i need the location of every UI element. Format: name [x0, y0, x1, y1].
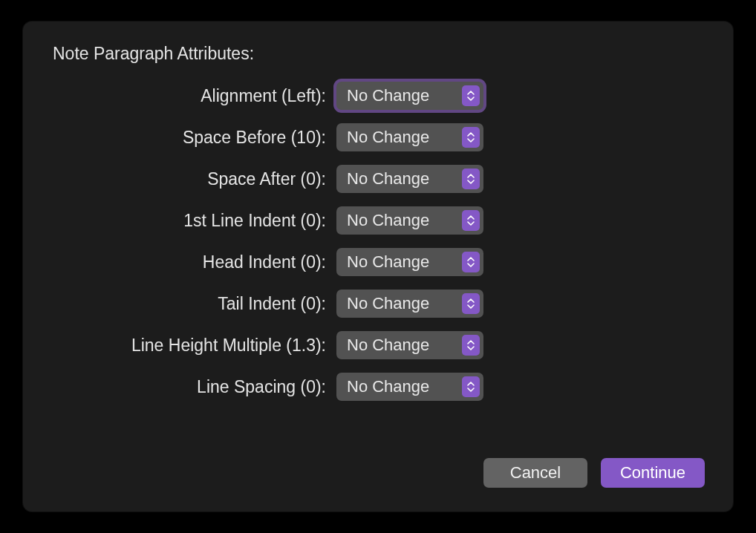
up-down-icon: [462, 335, 480, 356]
up-down-icon: [462, 85, 480, 106]
paragraph-attributes-dialog: Note Paragraph Attributes: Alignment (Le…: [23, 22, 733, 511]
attribute-label: Space After (0):: [50, 169, 326, 189]
attribute-popup[interactable]: No Change: [336, 248, 483, 276]
popup-value: No Change: [347, 377, 429, 396]
attribute-popup[interactable]: No Change: [336, 123, 483, 151]
attribute-popup[interactable]: No Change: [336, 165, 483, 193]
attribute-row: Line Spacing (0):No Change: [50, 373, 706, 401]
popup-value: No Change: [347, 336, 429, 355]
attribute-row: 1st Line Indent (0):No Change: [50, 206, 706, 235]
attribute-label: Head Indent (0):: [50, 252, 326, 272]
attribute-label: Alignment (Left):: [50, 86, 326, 106]
attribute-popup[interactable]: No Change: [336, 206, 483, 235]
attribute-row: Alignment (Left):No Change: [50, 82, 706, 110]
attribute-popup[interactable]: No Change: [336, 373, 483, 401]
up-down-icon: [462, 169, 480, 189]
attribute-row: Tail Indent (0):No Change: [50, 290, 706, 318]
attribute-row: Space After (0):No Change: [50, 165, 706, 193]
attribute-popup[interactable]: No Change: [336, 290, 483, 318]
popup-value: No Change: [347, 211, 429, 230]
attribute-form: Alignment (Left):No ChangeSpace Before (…: [50, 82, 706, 401]
popup-value: No Change: [347, 128, 429, 147]
popup-value: No Change: [347, 252, 429, 272]
up-down-icon: [462, 127, 480, 148]
popup-value: No Change: [347, 294, 429, 313]
popup-value: No Change: [347, 169, 429, 189]
attribute-row: Space Before (10):No Change: [50, 123, 706, 151]
popup-value: No Change: [347, 86, 429, 105]
up-down-icon: [462, 252, 480, 272]
dialog-title: Note Paragraph Attributes:: [53, 44, 706, 64]
continue-button[interactable]: Continue: [601, 458, 705, 488]
up-down-icon: [462, 210, 480, 231]
attribute-row: Line Height Multiple (1.3):No Change: [50, 331, 706, 359]
attribute-label: Line Height Multiple (1.3):: [50, 336, 326, 356]
attribute-popup[interactable]: No Change: [336, 331, 483, 359]
attribute-popup[interactable]: No Change: [336, 82, 483, 110]
attribute-label: Tail Indent (0):: [50, 294, 326, 314]
attribute-label: Line Spacing (0):: [50, 377, 326, 397]
up-down-icon: [462, 293, 480, 314]
dialog-footer: Cancel Continue: [50, 458, 706, 488]
up-down-icon: [462, 376, 480, 397]
attribute-label: 1st Line Indent (0):: [50, 211, 326, 231]
cancel-button[interactable]: Cancel: [483, 458, 587, 488]
attribute-label: Space Before (10):: [50, 128, 326, 148]
attribute-row: Head Indent (0):No Change: [50, 248, 706, 276]
